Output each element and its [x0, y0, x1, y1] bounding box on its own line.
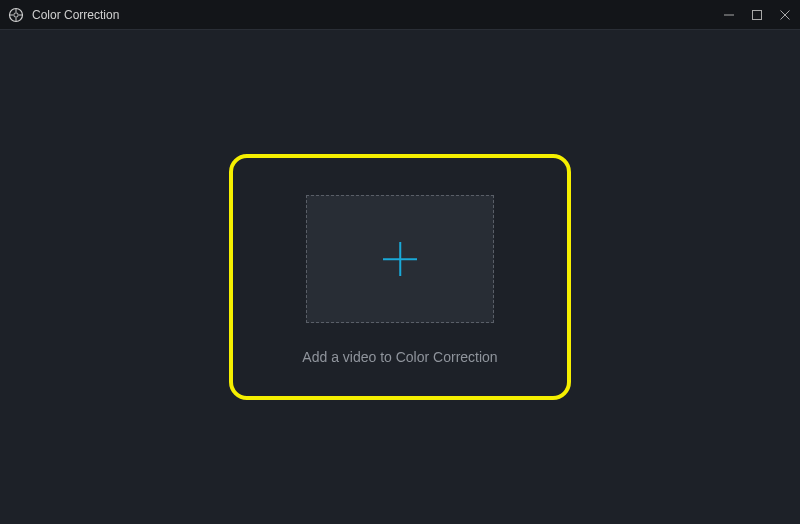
window-title: Color Correction: [32, 8, 722, 22]
svg-rect-3: [753, 10, 762, 19]
app-icon: [8, 7, 24, 23]
titlebar: Color Correction: [0, 0, 800, 30]
plus-icon: [383, 242, 417, 276]
window-controls: [722, 8, 792, 22]
minimize-button[interactable]: [722, 8, 736, 22]
dropzone-label: Add a video to Color Correction: [302, 349, 497, 365]
svg-point-1: [14, 12, 18, 16]
close-button[interactable]: [778, 8, 792, 22]
content-area: Add a video to Color Correction: [0, 30, 800, 524]
maximize-button[interactable]: [750, 8, 764, 22]
highlight-box: Add a video to Color Correction: [229, 154, 571, 400]
add-video-dropzone[interactable]: [306, 195, 494, 323]
